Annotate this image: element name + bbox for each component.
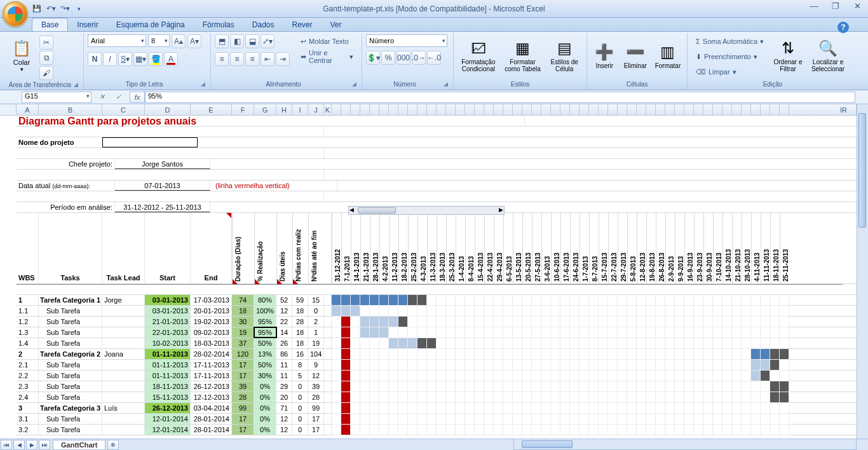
indent-decrease-icon[interactable]: ⇤ — [261, 52, 275, 66]
gantt-cell[interactable] — [665, 349, 675, 360]
col-header[interactable] — [694, 104, 703, 115]
horizontal-scrollbar[interactable] — [513, 439, 857, 450]
col-header[interactable] — [465, 104, 475, 115]
cell-duration[interactable]: 37 — [232, 338, 254, 348]
gantt-cell[interactable] — [684, 306, 694, 317]
col-header[interactable]: K — [324, 104, 332, 115]
paste-button[interactable]: 📋 Colar ▾ — [6, 34, 37, 76]
gantt-cell[interactable] — [560, 349, 570, 360]
gantt-cell[interactable] — [656, 360, 665, 371]
gantt-cell[interactable] — [437, 371, 446, 381]
gantt-cell[interactable] — [341, 392, 351, 403]
gantt-cell[interactable] — [398, 338, 408, 349]
col-header[interactable] — [608, 104, 618, 115]
cell-fim[interactable]: 2 — [308, 317, 324, 327]
gantt-cell[interactable] — [532, 360, 541, 371]
gantt-cell[interactable] — [532, 403, 541, 414]
gantt-cell[interactable] — [351, 317, 360, 327]
cell-wbs[interactable]: 3.1 — [17, 414, 39, 424]
gantt-cell[interactable] — [475, 414, 484, 425]
gantt-cell[interactable] — [437, 403, 446, 414]
cell-task[interactable]: Sub Tarefa — [39, 360, 102, 370]
align-center-icon[interactable]: ≡ — [230, 52, 244, 66]
cell-start[interactable]: 03-01-2013 — [145, 295, 191, 305]
gantt-cell[interactable] — [494, 392, 503, 403]
gantt-cell[interactable] — [494, 425, 503, 435]
help-icon[interactable]: ? — [837, 22, 849, 33]
gantt-cell[interactable] — [360, 306, 370, 317]
gantt-cell[interactable] — [742, 381, 751, 392]
gantt-cell[interactable] — [427, 338, 437, 349]
cell-wbs[interactable]: 2.1 — [17, 360, 39, 370]
gantt-cell[interactable] — [475, 403, 484, 414]
gantt-cell[interactable] — [456, 349, 465, 360]
gantt-cell[interactable] — [398, 327, 408, 338]
gantt-cell[interactable] — [341, 425, 351, 435]
cell-lead[interactable]: Joana — [102, 349, 145, 359]
gantt-cell[interactable] — [637, 414, 646, 425]
gantt-cell[interactable] — [637, 371, 646, 381]
gantt-cell[interactable] — [551, 392, 560, 403]
gantt-cell[interactable] — [417, 425, 427, 435]
conditional-formatting-button[interactable]: 🗠Formatação Condicional — [458, 34, 499, 76]
gantt-cell[interactable] — [456, 381, 465, 392]
gantt-cell[interactable] — [618, 327, 627, 338]
gantt-cell[interactable] — [751, 317, 761, 327]
gantt-cell[interactable] — [580, 338, 589, 349]
gantt-cell[interactable] — [694, 295, 703, 306]
gantt-cell[interactable] — [751, 414, 761, 425]
gantt-cell[interactable] — [417, 306, 427, 317]
gantt-cell[interactable] — [684, 349, 694, 360]
cell-task[interactable]: Tarefa Categoria 3 — [39, 403, 102, 413]
font-color-icon[interactable]: A — [164, 52, 178, 66]
gantt-cell[interactable] — [627, 306, 637, 317]
gantt-cell[interactable] — [751, 295, 761, 306]
gantt-cell[interactable] — [675, 327, 684, 338]
gantt-cell[interactable] — [465, 360, 475, 371]
gantt-cell[interactable] — [703, 371, 713, 381]
gantt-cell[interactable] — [484, 403, 494, 414]
gantt-cell[interactable] — [532, 414, 541, 425]
formula-input[interactable]: 95% — [145, 92, 855, 103]
gantt-cell[interactable] — [446, 425, 456, 435]
gantt-cell[interactable] — [341, 317, 351, 327]
gantt-cell[interactable] — [646, 425, 656, 435]
gantt-cell[interactable] — [513, 295, 522, 306]
cell-util[interactable]: 86 — [276, 349, 292, 359]
cell-real[interactable]: 28 — [292, 317, 308, 327]
gantt-cell[interactable] — [427, 317, 437, 327]
gantt-cell[interactable] — [341, 414, 351, 425]
gantt-cell[interactable] — [437, 317, 446, 327]
align-left-icon[interactable]: ≡ — [215, 52, 229, 66]
gantt-cell[interactable] — [360, 349, 370, 360]
cell-end[interactable]: 28-02-2014 — [191, 349, 232, 359]
col-header[interactable] — [618, 104, 627, 115]
gantt-cell[interactable] — [475, 425, 484, 435]
cell-task[interactable]: Sub Tarefa — [39, 338, 102, 348]
merge-center-button[interactable]: ⬌Unir e Centrar ▾ — [296, 50, 358, 64]
col-header[interactable] — [675, 104, 684, 115]
cell-pct[interactable]: 0% — [254, 425, 276, 435]
gantt-cell[interactable] — [475, 392, 484, 403]
gantt-cell[interactable] — [627, 360, 637, 371]
gantt-cell[interactable] — [332, 349, 341, 360]
gantt-cell[interactable] — [484, 317, 494, 327]
gantt-cell[interactable] — [408, 360, 417, 371]
gantt-cell[interactable] — [494, 327, 503, 338]
cell-lead[interactable]: Jorge — [102, 295, 145, 305]
gantt-cell[interactable] — [608, 360, 618, 371]
gantt-cell[interactable] — [694, 414, 703, 425]
tab-inserir[interactable]: Inserir — [68, 18, 107, 31]
gantt-cell[interactable] — [646, 403, 656, 414]
cell-fim[interactable]: 28 — [308, 392, 324, 402]
cell-duration[interactable]: 120 — [232, 349, 254, 359]
gantt-mini-scrollbar[interactable]: ◀▶ — [348, 206, 505, 215]
gantt-cell[interactable] — [370, 295, 379, 306]
gantt-cell[interactable] — [761, 360, 770, 371]
gantt-cell[interactable] — [646, 295, 656, 306]
cell-wbs[interactable]: 1.1 — [17, 306, 39, 316]
gantt-cell[interactable] — [703, 360, 713, 371]
gantt-cell[interactable] — [465, 327, 475, 338]
gantt-cell[interactable] — [379, 338, 389, 349]
accounting-icon[interactable]: 💲▾ — [366, 51, 380, 65]
